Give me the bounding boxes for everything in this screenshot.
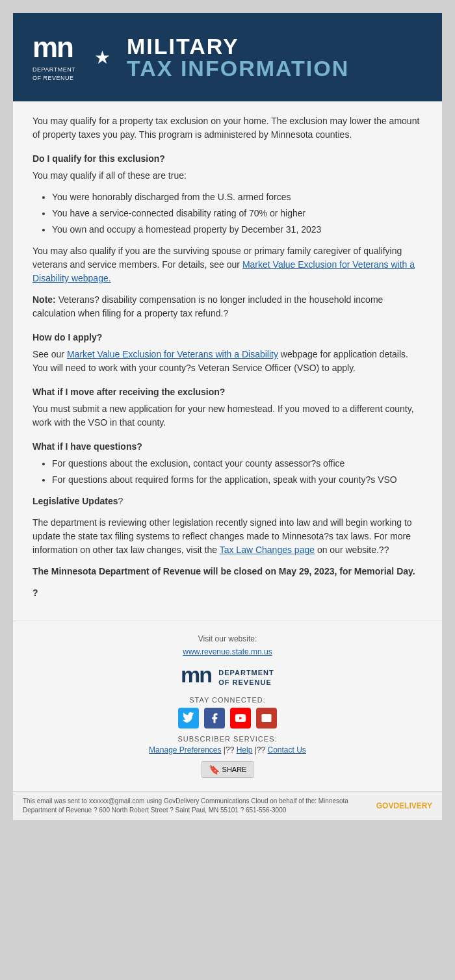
title-tax: TAX INFORMATION — [127, 57, 349, 79]
share-label: SHARE — [222, 766, 247, 773]
footer-dept-label: DEPARTMENT OF REVENUE — [218, 668, 274, 687]
star-icon: ★ — [94, 47, 110, 68]
note-paragraph: Note: Veterans? disability compensation … — [32, 293, 422, 320]
social-icons — [20, 708, 436, 729]
list-item: For questions about required forms for t… — [52, 473, 422, 487]
email-footer: Visit our website: www.revenue.state.mn.… — [13, 621, 442, 791]
closing-bold: The Minnesota Department of Revenue will… — [32, 566, 415, 576]
list-item: For questions about the exclusion, conta… — [52, 457, 422, 471]
subscriber-services-label: SUBSCRIBER SERVICES: — [20, 735, 436, 743]
main-content: You may qualify for a property tax exclu… — [13, 101, 442, 621]
email-header: mn DEPARTMENT OF REVENUE ★ MILITARY TAX … — [13, 13, 442, 101]
mn-logo: mn DEPARTMENT OF REVENUE — [32, 32, 78, 82]
also-qualify-paragraph: You may also qualify if you are the surv… — [32, 244, 422, 285]
note-label: Note: — [32, 294, 56, 305]
facebook-icon[interactable] — [204, 708, 225, 729]
disclaimer-text: This email was sent to xxxxxx@gmail.com … — [23, 797, 376, 815]
footer-url[interactable]: www.revenue.state.mn.us — [20, 646, 436, 656]
help-link[interactable]: Help — [237, 745, 253, 754]
section4-heading: What if I have questions? — [32, 441, 422, 452]
share-icon: 🔖 — [209, 764, 220, 775]
youtube-icon[interactable] — [230, 708, 251, 729]
market-value-link-2[interactable]: Market Value Exclusion for Veterans with… — [67, 349, 278, 359]
dept-label: DEPARTMENT OF REVENUE — [32, 66, 75, 82]
note-text: Veterans? disability compensation is no … — [32, 294, 383, 318]
legislative-paragraph: The department is reviewing other legisl… — [32, 516, 422, 557]
contact-us-link[interactable]: Contact Us — [268, 745, 306, 754]
mn-monogram: mn — [32, 32, 78, 66]
email-social-icon[interactable] — [256, 708, 277, 729]
questions-list: For questions about the exclusion, conta… — [52, 457, 422, 487]
legislative-heading-para: Legislative Updates? — [32, 495, 422, 508]
govdelivery-logo: GOVDELIVERY — [376, 801, 432, 810]
gov-label: GOV — [376, 801, 394, 810]
section3-heading: What if I move after receiving the exclu… — [32, 387, 422, 397]
qualify-list: You were honorably discharged from the U… — [52, 190, 422, 237]
list-item: You own and occupy a homestead property … — [52, 223, 422, 237]
link-separator-1: |?? — [224, 745, 234, 754]
title-block: MILITARY TAX INFORMATION — [127, 35, 349, 79]
share-button[interactable]: 🔖 SHARE — [202, 761, 254, 778]
website-link[interactable]: www.revenue.state.mn.us — [183, 647, 272, 656]
bottom-bar: This email was sent to xxxxxx@gmail.com … — [13, 791, 442, 820]
closing-symbol: ? — [32, 586, 422, 600]
list-item: You were honorably discharged from the U… — [52, 190, 422, 204]
footer-visit-label: Visit our website: — [20, 634, 436, 643]
svg-text:mn: mn — [32, 32, 73, 62]
closing-paragraph: The Minnesota Department of Revenue will… — [32, 565, 422, 578]
delivery-label: DELIVERY — [393, 801, 432, 810]
intro-paragraph: You may qualify for a property tax exclu… — [32, 114, 422, 142]
stay-connected-label: STAY CONNECTED: — [20, 696, 436, 704]
twitter-icon[interactable] — [178, 708, 199, 729]
section1-heading: Do I qualify for this exclusion? — [32, 153, 422, 164]
link-separator-2: |?? — [255, 745, 265, 754]
section2-heading: How do I apply? — [32, 332, 422, 342]
footer-logo-area: mn DEPARTMENT OF REVENUE — [20, 664, 436, 691]
footer-mn-logo: mn DEPARTMENT OF REVENUE — [181, 664, 274, 691]
footer-links: Manage Preferences |?? Help |?? Contact … — [20, 745, 436, 754]
list-item: You have a service-connected disability … — [52, 207, 422, 220]
qualify-intro: You may qualify if all of these are true… — [32, 169, 422, 183]
manage-preferences-link[interactable]: Manage Preferences — [149, 745, 221, 754]
title-military: MILITARY — [127, 35, 349, 57]
legislative-heading: Legislative Updates — [32, 496, 118, 506]
svg-text:mn: mn — [181, 664, 211, 686]
move-paragraph: You must submit a new application for yo… — [32, 402, 422, 430]
apply-paragraph: See our Market Value Exclusion for Veter… — [32, 348, 422, 375]
footer-mn-monogram: mn — [181, 664, 213, 691]
tax-law-link[interactable]: Tax Law Changes page — [220, 545, 315, 555]
